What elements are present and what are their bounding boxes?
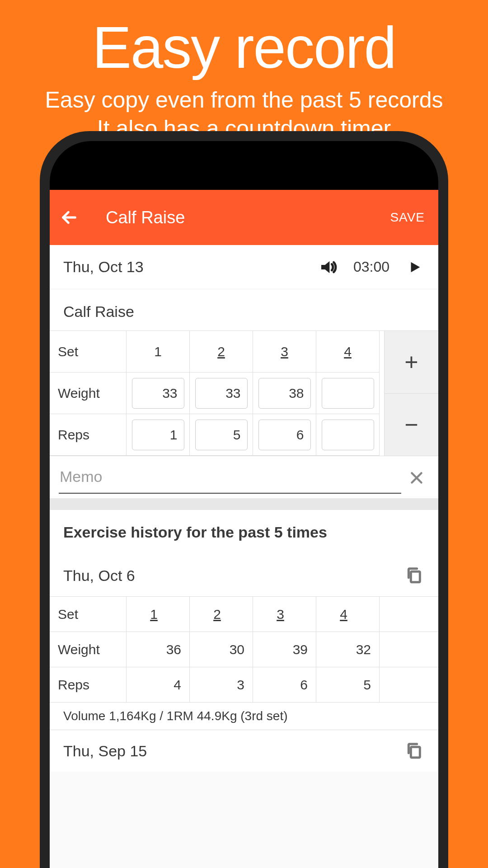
copy-icon [405,741,423,759]
weight-input-3[interactable]: 38 [258,378,311,409]
svg-rect-6 [411,747,420,757]
volume-icon [319,258,337,276]
promo-line1: Easy copy even from the past 5 records [0,86,488,114]
set-col-3[interactable]: 3 [253,331,316,373]
exercise-name: Calf Raise [50,289,438,330]
weight-input-4[interactable] [322,378,374,409]
copy-history-0-button[interactable] [405,566,425,585]
memo-input[interactable]: Memo [59,464,401,494]
set-col-2[interactable]: 2 [190,331,253,373]
hist-reps-4: 5 [316,667,380,703]
hist-weight-2: 30 [190,632,253,667]
app-bar: Calf Raise SAVE [50,190,438,245]
save-button[interactable]: SAVE [390,210,425,225]
hist-set-1: 1 [127,597,190,632]
set-col-4[interactable]: 4 [316,331,380,373]
set-header-label: Set [50,331,127,373]
history-entry-1-date: Thu, Sep 15 [63,742,147,760]
weight-row-label: Weight [50,373,127,414]
hist-reps-2: 3 [190,667,253,703]
date-label[interactable]: Thu, Oct 13 [63,258,318,276]
sound-toggle[interactable] [318,257,338,277]
close-icon [408,470,425,486]
svg-marker-2 [411,262,420,272]
current-sets-table: Set 1 2 3 4 Weight 33 33 38 Reps 1 5 6 [50,330,438,456]
hist-weight-1: 36 [127,632,190,667]
hist-reps-3: 6 [253,667,316,703]
arrow-left-icon [60,208,78,226]
page-title: Calf Raise [106,208,390,227]
history-entry-0-header: Thu, Oct 6 [50,555,438,596]
play-icon [407,259,422,275]
copy-history-1-button[interactable] [405,741,425,761]
promo-title: Easy record [0,14,488,81]
weight-input-2[interactable]: 33 [195,378,248,409]
history-entry-1-header: Thu, Sep 15 [50,730,438,772]
memo-clear-button[interactable] [408,470,425,494]
history-entry-0-volume: Volume 1,164Kg / 1RM 44.9Kg (3rd set) [50,703,438,730]
svg-rect-5 [411,571,420,582]
hist-set-label: Set [50,597,127,632]
memo-row: Memo [50,456,438,498]
reps-input-3[interactable]: 6 [258,420,311,450]
hist-reps-1: 4 [127,667,190,703]
timer-play-button[interactable] [405,257,425,277]
reps-input-1[interactable]: 1 [132,420,184,450]
reps-row-label: Reps [50,414,127,456]
back-button[interactable] [59,207,80,228]
hist-reps-label: Reps [50,667,127,703]
hist-set-4: 4 [316,597,380,632]
increment-button[interactable]: + [384,331,438,394]
copy-icon [405,566,423,584]
hist-weight-label: Weight [50,632,127,667]
weight-input-1[interactable]: 33 [132,378,184,409]
svg-marker-1 [321,261,329,273]
hist-set-3: 3 [253,597,316,632]
hist-set-2: 2 [190,597,253,632]
phone-frame: Calf Raise SAVE Thu, Oct 13 03:00 [40,131,448,868]
hist-weight-3: 39 [253,632,316,667]
hist-weight-4: 32 [316,632,380,667]
history-entry-0-date: Thu, Oct 6 [63,567,135,585]
date-timer-row: Thu, Oct 13 03:00 [50,245,438,289]
timer-value[interactable]: 03:00 [353,259,389,275]
history-title: Exercise history for the past 5 times [50,510,438,555]
history-entry-0-table: Set 1 2 3 4 Weight 36 30 39 32 Reps 4 3 … [50,596,438,703]
reps-input-2[interactable]: 5 [195,420,248,450]
decrement-button[interactable]: − [384,394,438,456]
set-col-1[interactable]: 1 [127,331,190,373]
reps-input-4[interactable] [322,420,374,450]
